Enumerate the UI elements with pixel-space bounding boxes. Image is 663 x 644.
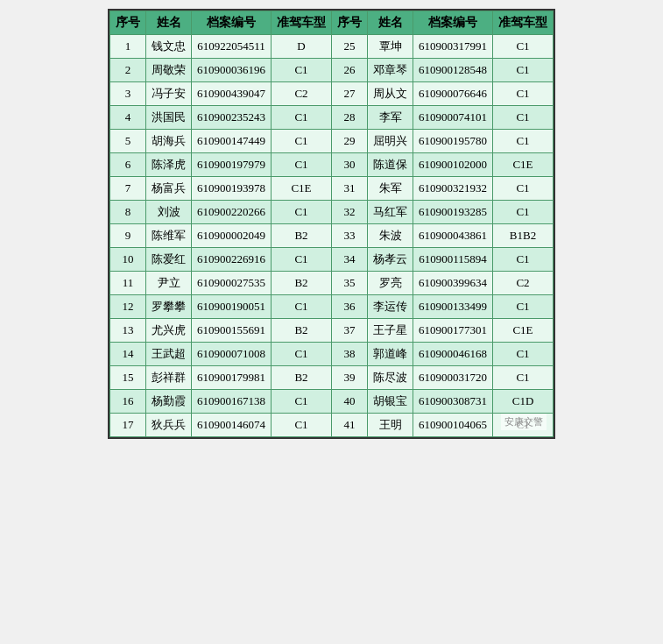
cell-4-7: C1 [493, 130, 554, 153]
table-row: 10陈爱红610900226916C134杨孝云610900115894C1 [110, 248, 554, 272]
cell-10-7: C2 [493, 272, 554, 295]
cell-14-1: 彭祥群 [146, 366, 192, 390]
cell-2-6: 610900076646 [413, 82, 493, 106]
cell-1-5: 邓章琴 [368, 59, 413, 82]
cell-0-4: 25 [332, 35, 368, 59]
cell-15-6: 610900308731 [413, 390, 493, 414]
cell-13-4: 38 [332, 343, 368, 366]
cell-11-6: 610900133499 [413, 295, 493, 319]
cell-12-5: 王子星 [368, 319, 413, 343]
cell-10-2: 610900027535 [192, 272, 272, 295]
cell-1-2: 610900036196 [192, 59, 272, 82]
cell-8-0: 9 [110, 224, 146, 248]
cell-13-5: 郭道峰 [368, 343, 413, 366]
cell-6-1: 杨富兵 [146, 177, 192, 201]
cell-8-2: 610900002049 [192, 224, 272, 248]
cell-12-2: 610900155691 [192, 319, 272, 343]
cell-7-2: 610900220266 [192, 201, 272, 224]
cell-6-6: 610900321932 [413, 177, 493, 201]
cell-15-3: C1 [272, 390, 332, 414]
cell-12-3: B2 [272, 319, 332, 343]
cell-11-3: C1 [272, 295, 332, 319]
cell-16-4: 41 [332, 414, 368, 437]
cell-3-1: 洪国民 [146, 106, 192, 130]
cell-4-2: 610900147449 [192, 130, 272, 153]
cell-6-3: C1E [272, 177, 332, 201]
cell-7-4: 32 [332, 201, 368, 224]
cell-15-5: 胡银宝 [368, 390, 413, 414]
cell-3-0: 4 [110, 106, 146, 130]
cell-16-5: 王明 [368, 414, 413, 437]
cell-3-2: 610900235243 [192, 106, 272, 130]
cell-12-7: C1E [493, 319, 554, 343]
cell-15-2: 610900167138 [192, 390, 272, 414]
cell-11-7: C1 [493, 295, 554, 319]
cell-8-1: 陈维军 [146, 224, 192, 248]
cell-3-3: C1 [272, 106, 332, 130]
cell-16-6: 610900104065 [413, 414, 493, 437]
table-body: 1钱文忠610922054511D25覃坤610900317991C12周敬荣6… [110, 35, 554, 437]
cell-15-7: C1D [493, 390, 554, 414]
cell-8-4: 33 [332, 224, 368, 248]
cell-10-5: 罗亮 [368, 272, 413, 295]
cell-14-0: 15 [110, 366, 146, 390]
table-row: 4洪国民610900235243C128李军610900074101C1 [110, 106, 554, 130]
table-row: 7杨富兵610900193978C1E31朱军610900321932C1 [110, 177, 554, 201]
cell-8-7: B1B2 [493, 224, 554, 248]
cell-4-5: 屈明兴 [368, 130, 413, 153]
cell-9-5: 杨孝云 [368, 248, 413, 272]
column-header-5: 姓名 [368, 11, 413, 35]
header-row: 序号姓名档案编号准驾车型序号姓名档案编号准驾车型 [110, 11, 554, 35]
cell-10-0: 11 [110, 272, 146, 295]
cell-0-1: 钱文忠 [146, 35, 192, 59]
cell-10-1: 尹立 [146, 272, 192, 295]
cell-9-6: 610900115894 [413, 248, 493, 272]
cell-6-5: 朱军 [368, 177, 413, 201]
cell-7-3: C1 [272, 201, 332, 224]
table-row: 1钱文忠610922054511D25覃坤610900317991C1 [110, 35, 554, 59]
cell-0-2: 610922054511 [192, 35, 272, 59]
cell-3-4: 28 [332, 106, 368, 130]
cell-10-6: 610900399634 [413, 272, 493, 295]
cell-9-0: 10 [110, 248, 146, 272]
cell-0-7: C1 [493, 35, 554, 59]
cell-1-4: 26 [332, 59, 368, 82]
cell-5-6: 610900102000 [413, 153, 493, 177]
cell-14-2: 610900179981 [192, 366, 272, 390]
cell-9-7: C1 [493, 248, 554, 272]
cell-1-1: 周敬荣 [146, 59, 192, 82]
cell-7-5: 马红军 [368, 201, 413, 224]
table-row: 11尹立610900027535B235罗亮610900399634C2 [110, 272, 554, 295]
cell-6-4: 31 [332, 177, 368, 201]
cell-5-3: C1 [272, 153, 332, 177]
table-row: 2周敬荣610900036196C126邓章琴610900128548C1 [110, 59, 554, 82]
table-row: 5胡海兵610900147449C129屈明兴610900195780C1 [110, 130, 554, 153]
cell-8-6: 610900043861 [413, 224, 493, 248]
cell-11-4: 36 [332, 295, 368, 319]
cell-5-7: C1E [493, 153, 554, 177]
cell-7-1: 刘波 [146, 201, 192, 224]
cell-1-6: 610900128548 [413, 59, 493, 82]
cell-4-0: 5 [110, 130, 146, 153]
cell-11-5: 李运传 [368, 295, 413, 319]
cell-3-7: C1 [493, 106, 554, 130]
cell-4-6: 610900195780 [413, 130, 493, 153]
watermark: 安康交警 [501, 414, 547, 430]
main-container: 序号姓名档案编号准驾车型序号姓名档案编号准驾车型 1钱文忠61092205451… [108, 9, 555, 439]
cell-2-1: 冯子安 [146, 82, 192, 106]
cell-15-0: 16 [110, 390, 146, 414]
table-row: 3冯子安610900439047C227周从文610900076646C1 [110, 82, 554, 106]
cell-13-2: 610900071008 [192, 343, 272, 366]
table-row: 13尤兴虎610900155691B237王子星610900177301C1E [110, 319, 554, 343]
cell-7-7: C1 [493, 201, 554, 224]
cell-5-5: 陈道保 [368, 153, 413, 177]
cell-8-5: 朱波 [368, 224, 413, 248]
cell-15-4: 40 [332, 390, 368, 414]
cell-10-3: B2 [272, 272, 332, 295]
cell-11-0: 12 [110, 295, 146, 319]
cell-16-2: 610900146074 [192, 414, 272, 437]
column-header-4: 序号 [332, 11, 368, 35]
cell-5-0: 6 [110, 153, 146, 177]
cell-6-2: 610900193978 [192, 177, 272, 201]
column-header-3: 准驾车型 [272, 11, 332, 35]
